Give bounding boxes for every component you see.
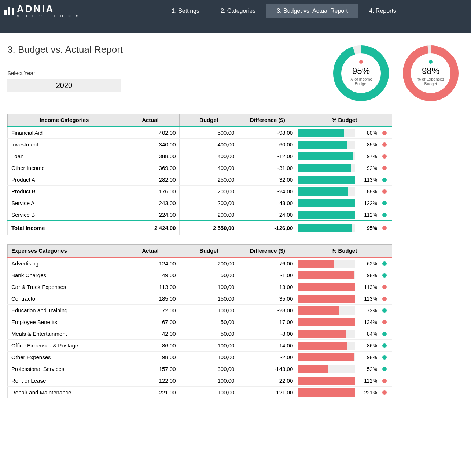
cell-pct-budget: 122% — [297, 375, 392, 387]
cell-budget: 100,00 — [180, 352, 238, 363]
table-row: Office Expenses & Postage 86,00 100,00 -… — [8, 340, 392, 352]
expense-gauge-pct: 98% — [422, 66, 439, 76]
nav-tabs: 1. Settings2. Categories3. Budget vs. Ac… — [161, 4, 406, 18]
cell-category: Professional Services — [8, 363, 121, 375]
gauges: 95% % of IncomeBudget 98% % of ExpensesB… — [332, 44, 460, 103]
cell-budget: 100,00 — [180, 340, 238, 352]
cell-diff: 32,00 — [238, 174, 297, 186]
brand-logo: ADNIA S O L U T I O N S — [0, 4, 80, 18]
table-row: Product B 176,00 200,00 -24,00 88% — [8, 186, 392, 197]
cell-category: Office Expenses & Postage — [8, 340, 121, 352]
pct-text: 85% — [355, 142, 377, 148]
th-pct: % Budget — [297, 114, 392, 127]
cell-category: Other Income — [8, 162, 121, 174]
logo-bars-icon — [4, 7, 14, 15]
cell-pct-budget: 112% — [297, 209, 392, 221]
bar-track — [298, 129, 355, 137]
status-dot-icon — [382, 226, 387, 230]
bar-track — [298, 271, 355, 279]
cell-diff: 17,00 — [238, 316, 297, 328]
cell-pct-budget: 88% — [297, 186, 392, 197]
expense-gauge: 98% % of ExpensesBudget — [401, 44, 460, 103]
bar-fill — [298, 330, 346, 338]
cell-diff: 22,00 — [238, 375, 297, 387]
table-row: Repair and Maintenance 221,00 100,00 121… — [8, 387, 392, 398]
th-pct: % Budget — [297, 245, 392, 257]
cell-category: Investment — [8, 139, 121, 150]
cell-category: Financial Aid — [8, 127, 121, 139]
status-dot-icon — [382, 131, 387, 135]
bar-track — [298, 342, 355, 350]
status-dot-icon — [382, 166, 387, 170]
th-expense-cat: Expenses Categories — [8, 245, 121, 257]
cell-actual: 86,00 — [121, 340, 180, 352]
cell-actual: 113,00 — [121, 281, 180, 293]
cell-budget: 2 550,00 — [180, 221, 238, 235]
table-row: Employee Benefits 67,00 50,00 17,00 134% — [8, 316, 392, 328]
cell-diff: -60,00 — [238, 139, 297, 150]
cell-diff: 24,00 — [238, 209, 297, 221]
th-budget: Budget — [180, 114, 238, 127]
bar-fill — [298, 295, 355, 303]
cell-diff: -1,00 — [238, 269, 297, 281]
cell-actual: 282,00 — [121, 174, 180, 186]
bar-fill — [298, 388, 355, 397]
cell-budget: 50,00 — [180, 328, 238, 340]
cell-budget: 500,00 — [180, 127, 238, 139]
status-dot-icon — [382, 178, 387, 182]
cell-pct-budget: 62% — [297, 257, 392, 269]
cell-diff: -2,00 — [238, 352, 297, 363]
bar-fill — [298, 283, 355, 291]
cell-actual: 42,00 — [121, 328, 180, 340]
income-gauge-label: % of IncomeBudget — [350, 77, 372, 86]
pct-text: 122% — [355, 378, 377, 384]
bar-track — [298, 377, 355, 385]
bar-track — [298, 330, 355, 338]
cell-category: Contractor — [8, 293, 121, 305]
cell-pct-budget: 84% — [297, 328, 392, 340]
income-table: Income Categories Actual Budget Differen… — [7, 114, 392, 235]
nav-tab[interactable]: 4. Reports — [358, 4, 407, 18]
pct-text: 80% — [355, 130, 377, 136]
year-select[interactable]: 2020 — [7, 79, 121, 92]
cell-pct-budget: 80% — [297, 127, 392, 139]
cell-actual: 124,00 — [121, 257, 180, 269]
bar-track — [298, 164, 355, 172]
bar-fill — [298, 342, 347, 350]
pct-text: 98% — [355, 272, 377, 278]
bar-track — [298, 388, 355, 397]
pct-text: 113% — [355, 284, 377, 290]
total-row: Total Income 2 424,00 2 550,00 -126,00 9… — [8, 221, 392, 235]
cell-actual: 122,00 — [121, 375, 180, 387]
pct-text: 86% — [355, 343, 377, 349]
nav-tab[interactable]: 1. Settings — [161, 4, 210, 18]
cell-actual: 340,00 — [121, 139, 180, 150]
pct-text: 112% — [355, 212, 377, 218]
expense-table: Expenses Categories Actual Budget Differ… — [7, 244, 392, 398]
th-diff: Difference ($) — [238, 245, 297, 257]
table-row: Other Expenses 98,00 100,00 -2,00 98% — [8, 352, 392, 363]
status-dot-icon — [382, 297, 387, 301]
cell-actual: 98,00 — [121, 352, 180, 363]
th-income-cat: Income Categories — [8, 114, 121, 127]
cell-actual: 2 424,00 — [121, 221, 180, 235]
cell-diff: -31,00 — [238, 162, 297, 174]
bar-track — [298, 306, 355, 315]
nav-tab[interactable]: 3. Budget vs. Actual Report — [266, 4, 358, 18]
bar-fill — [298, 365, 328, 373]
cell-category: Other Expenses — [8, 352, 121, 363]
cell-category: Employee Benefits — [8, 316, 121, 328]
bar-fill — [298, 129, 344, 137]
cell-diff: -24,00 — [238, 186, 297, 197]
cell-actual: 221,00 — [121, 387, 180, 398]
sub-bar — [0, 22, 471, 33]
cell-category: Product B — [8, 186, 121, 197]
pct-text: 221% — [355, 390, 377, 395]
bar-track — [298, 283, 355, 291]
cell-budget: 50,00 — [180, 316, 238, 328]
cell-actual: 369,00 — [121, 162, 180, 174]
bar-fill — [298, 141, 346, 149]
pct-text: 52% — [355, 366, 377, 372]
bar-track — [298, 176, 355, 184]
nav-tab[interactable]: 2. Categories — [210, 4, 266, 18]
